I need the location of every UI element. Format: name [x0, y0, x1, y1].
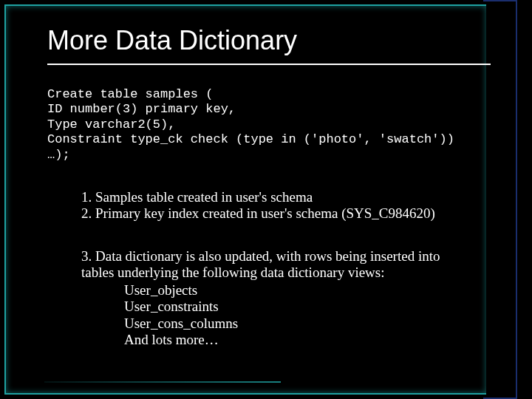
border-navy [483, 0, 517, 399]
views-list: User_objects User_constraints User_cons_… [124, 282, 238, 349]
note-item: 1. Samples table created in user's schem… [81, 189, 435, 205]
code-line: Type varchar2(5), [47, 117, 175, 132]
slide-title: More Data Dictionary [47, 25, 297, 56]
view-item: User_cons_columns [124, 316, 238, 332]
code-block: Create table samples ( ID number(3) prim… [47, 87, 454, 163]
note-intro: tables underlying the following data dic… [81, 265, 466, 281]
note-item: 2. Primary key index created in user's s… [81, 205, 435, 222]
border-accent [44, 381, 281, 383]
notes-block-2: 3. Data dictionary is also updated, with… [81, 248, 466, 282]
code-line: ID number(3) primary key, [47, 102, 236, 116]
view-item: User_objects [124, 282, 238, 299]
view-item: And lots more… [124, 332, 238, 348]
view-item: User_constraints [124, 299, 238, 315]
slide: More Data Dictionary Create table sample… [0, 0, 532, 399]
note-intro: 3. Data dictionary is also updated, with… [81, 248, 466, 265]
notes-block-1: 1. Samples table created in user's schem… [81, 189, 435, 222]
title-underline [47, 64, 491, 65]
code-line: Create table samples ( [47, 87, 213, 101]
code-line: …); [47, 148, 70, 162]
code-line: Constraint type_ck check (type in ('phot… [47, 132, 454, 146]
